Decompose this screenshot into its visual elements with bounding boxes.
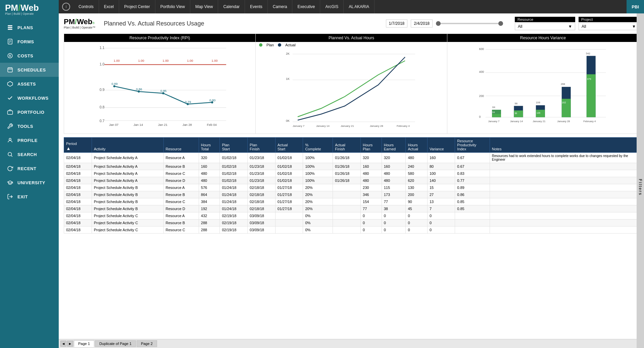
topbar-camera[interactable]: Camera bbox=[268, 0, 293, 13]
tools-icon bbox=[7, 123, 13, 130]
table-row: 02/04/18Project Schedule Activity AResou… bbox=[64, 170, 639, 177]
date-end[interactable]: 2/4/2018 bbox=[411, 19, 433, 28]
slider-right-handle[interactable] bbox=[498, 21, 503, 26]
filters-panel[interactable]: Filters bbox=[637, 13, 644, 348]
table-cell: 03/09/18 bbox=[248, 227, 276, 234]
table-cell: 130 bbox=[406, 184, 428, 191]
table-cell: 480 bbox=[382, 170, 406, 177]
table-cell: 620 bbox=[406, 177, 428, 184]
tab-page-2[interactable]: Page 2 bbox=[137, 340, 157, 347]
topbar-excel[interactable]: Excel bbox=[99, 0, 119, 13]
rpi-chart-body: 1.1 1.0 0.9 0.8 0.7 bbox=[64, 42, 255, 133]
sidebar-item-profile[interactable]: PROFILE bbox=[0, 133, 59, 147]
topbar-portfolio-view[interactable]: Portfolio View bbox=[155, 0, 190, 13]
table-cell: 01/23/18 bbox=[248, 153, 276, 163]
table-cell: 02/04/18 bbox=[64, 219, 92, 227]
table-cell bbox=[490, 219, 639, 227]
pvah-chart-body: 2K 1K 0K January 7 January 14 bbox=[256, 48, 447, 134]
table-cell: 01/02/18 bbox=[220, 153, 248, 163]
table-cell bbox=[333, 227, 361, 234]
table-cell: 0% bbox=[303, 219, 333, 227]
topbar-map-view[interactable]: Map View bbox=[190, 0, 218, 13]
sidebar-item-university[interactable]: UNIVERSITY bbox=[0, 176, 59, 190]
svg-text:1K: 1K bbox=[286, 77, 290, 81]
table-cell: 01/27/18 bbox=[275, 198, 303, 205]
filter-group: Resource All ▼ Project All ▼ bbox=[515, 17, 639, 30]
table-cell: 480 bbox=[361, 170, 382, 177]
tab-prev-btn[interactable]: ◄ bbox=[60, 341, 66, 347]
svg-text:98: 98 bbox=[514, 112, 517, 114]
resource-filter: Resource All ▼ bbox=[515, 17, 575, 30]
sidebar-item-costs[interactable]: $ COSTS bbox=[0, 49, 59, 63]
table-cell: 02/04/18 bbox=[64, 153, 92, 163]
th-hours-actual: HoursActual bbox=[406, 138, 428, 153]
table-cell bbox=[333, 212, 361, 219]
sidebar-item-workflows[interactable]: WORKFLOWS bbox=[0, 91, 59, 105]
table-cell bbox=[333, 198, 361, 205]
svg-text:0.86: 0.86 bbox=[136, 88, 142, 91]
topbar-executive[interactable]: Executive bbox=[292, 0, 320, 13]
table-cell: 160 bbox=[199, 163, 220, 170]
table-cell bbox=[490, 177, 639, 184]
sidebar-item-exit[interactable]: EXIT bbox=[0, 190, 59, 204]
svg-line-17 bbox=[11, 155, 12, 156]
sidebar-item-forms[interactable]: FORMS bbox=[0, 35, 59, 49]
tab-next-btn[interactable]: ► bbox=[67, 341, 73, 347]
table-cell: 01/02/18 bbox=[275, 153, 303, 163]
svg-text:98: 98 bbox=[514, 102, 517, 105]
slider-left-handle[interactable] bbox=[436, 21, 441, 26]
svg-text:0.79: 0.79 bbox=[185, 100, 191, 104]
tools-label: TOOLS bbox=[17, 124, 33, 129]
topbar-alakaria[interactable]: AL AKARIA bbox=[344, 0, 375, 13]
table-cell: 27 bbox=[428, 191, 455, 198]
table-cell: Project Schedule Activity C bbox=[92, 212, 163, 219]
assets-label: ASSETS bbox=[17, 82, 36, 87]
svg-rect-0 bbox=[8, 25, 12, 26]
table-cell: 100% bbox=[303, 177, 333, 184]
table-cell: 80 bbox=[428, 163, 455, 170]
sidebar-item-schedules[interactable]: SCHEDULES bbox=[0, 63, 59, 77]
table-cell: 0 bbox=[406, 227, 428, 234]
page-title: Planned Vs. Actual Resources Usage bbox=[104, 20, 204, 27]
table-cell: 160 bbox=[361, 163, 382, 170]
rpi-chart-panel: Resource Productivity Index (RPI) 1.1 1.… bbox=[64, 34, 256, 134]
plan-legend-dot bbox=[259, 43, 262, 47]
main-content: PM/Web® Plan | Build | Operate™ Planned … bbox=[59, 13, 644, 348]
table-cell: Project Schedule Activity B bbox=[92, 205, 163, 212]
table-cell: 77 bbox=[361, 205, 382, 212]
sidebar-item-assets[interactable]: ASSETS bbox=[0, 77, 59, 91]
topbar-controls[interactable]: Controls bbox=[73, 0, 99, 13]
table-cell: 02/04/18 bbox=[64, 163, 92, 170]
tab-page-1[interactable]: Page 1 bbox=[74, 340, 94, 347]
table-cell: 864 bbox=[199, 191, 220, 198]
topbar-calendar[interactable]: Calendar bbox=[218, 0, 245, 13]
resource-filter-select[interactable]: All ▼ bbox=[515, 23, 575, 30]
th-actual-finish: ActualFinish bbox=[333, 138, 361, 153]
table-cell: 432 bbox=[199, 212, 220, 219]
date-start[interactable]: 1/7/2018 bbox=[386, 19, 408, 28]
sidebar-item-plans[interactable]: PLANS bbox=[0, 20, 59, 35]
topbar-arcgis[interactable]: ArcGIS bbox=[320, 0, 344, 13]
sidebar-item-search[interactable]: SEARCH bbox=[0, 147, 59, 161]
table-cell: Resource B bbox=[163, 191, 199, 198]
table-cell: 02/04/18 bbox=[64, 212, 92, 219]
table-cell bbox=[490, 227, 639, 234]
rhv-chart-svg: 600 400 200 0 64 bbox=[449, 44, 637, 128]
sidebar-item-portfolio[interactable]: PORTFOLIO bbox=[0, 105, 59, 119]
sidebar-item-recent[interactable]: RECENT bbox=[0, 161, 59, 176]
svg-text:200: 200 bbox=[479, 94, 484, 98]
tab-duplicate-page-1[interactable]: Duplicate of Page 1 bbox=[95, 340, 136, 347]
plans-label: PLANS bbox=[17, 25, 33, 30]
topbar-pbi[interactable]: PBI bbox=[627, 0, 644, 13]
topbar-events[interactable]: Events bbox=[245, 0, 268, 13]
table-cell: Project Schedule Activity C bbox=[92, 227, 163, 234]
info-icon[interactable]: i bbox=[62, 3, 70, 11]
svg-text:0.9: 0.9 bbox=[100, 88, 105, 92]
topbar-project-center[interactable]: Project Center bbox=[119, 0, 155, 13]
sidebar-item-tools[interactable]: TOOLS bbox=[0, 119, 59, 133]
table-cell: 02/04/18 bbox=[64, 191, 92, 198]
date-slider[interactable] bbox=[436, 23, 503, 24]
table-cell: 0% bbox=[303, 212, 333, 219]
project-filter-select[interactable]: All ▼ bbox=[579, 23, 639, 30]
svg-text:January 28: January 28 bbox=[557, 120, 570, 123]
